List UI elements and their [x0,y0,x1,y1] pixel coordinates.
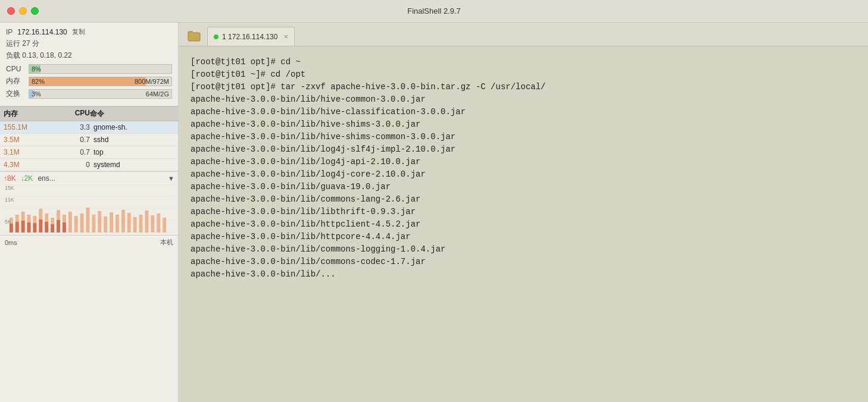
proc-header-cpu: CPU [57,109,90,119]
svg-rect-30 [157,213,160,233]
mem-stat-row: 内存 82% 800M/972M [6,76,172,86]
svg-text:11K: 11K [5,197,14,203]
tab-number: 1 [222,33,226,41]
process-list: 155.1M 3.3 gnome-sh. 3.5M 0.7 sshd 3.1M … [0,121,178,171]
copy-button[interactable]: 复制 [72,27,85,36]
cpu-label: CPU [6,65,25,73]
net-interface: ens... [38,174,163,183]
swap-detail: 64M/2G [146,90,169,98]
terminal-line: apache-hive-3.0.0-bin/lib/log4j-core-2.1… [191,168,856,181]
svg-rect-36 [33,223,36,233]
maximize-traffic-light[interactable] [31,7,39,15]
svg-text:5K: 5K [5,219,11,225]
svg-rect-40 [57,220,60,233]
titlebar: FinalShell 2.9.7 [0,0,868,23]
process-row[interactable]: 4.3M 0 systemd [0,159,178,171]
swap-label: 交换 [6,89,25,99]
ip-value: 172.16.114.130 [17,28,67,36]
svg-rect-31 [163,218,166,233]
terminal-line: [root@tjt01 ~]# cd /opt [191,68,856,81]
proc-cpu: 0 [57,161,90,169]
process-row[interactable]: 3.1M 0.7 top [0,146,178,159]
load-avg: 负载 0.13, 0.18, 0.22 [6,51,172,61]
tab-connection-dot [214,34,218,39]
svg-rect-15 [68,212,72,233]
proc-header-mem: 内存 [4,109,57,119]
swap-stat-row: 交换 3% 64M/2G [6,89,172,99]
terminal-line: apache-hive-3.0.0-bin/lib/log4j-slf4j-im… [191,143,856,156]
svg-rect-26 [133,217,137,233]
svg-rect-39 [51,224,54,233]
svg-rect-20 [98,211,101,233]
svg-rect-23 [115,215,119,233]
ip-label: IP [6,28,13,36]
svg-rect-25 [127,213,131,233]
svg-rect-21 [104,216,107,233]
svg-rect-32 [10,224,13,233]
mem-label: 内存 [6,76,25,86]
net-download: ↓2K [21,174,33,183]
terminal-line: apache-hive-3.0.0-bin/lib/hive-shims-com… [191,131,856,143]
svg-text:15K: 15K [5,185,14,191]
svg-rect-33 [15,222,19,233]
cpu-percent: 8% [32,65,41,73]
cpu-stat-row: CPU 8% [6,64,172,74]
tab-bar: 1 172.16.114.130 × [179,23,868,46]
folder-button[interactable] [183,27,205,46]
net-dropdown-button[interactable]: ▼ [168,175,174,182]
svg-rect-29 [151,215,154,233]
latency: 0ms [5,239,17,246]
proc-cpu: 3.3 [57,123,90,131]
minimize-traffic-light[interactable] [19,7,27,15]
svg-rect-18 [86,208,90,233]
svg-rect-34 [21,221,25,233]
terminal-tab[interactable]: 1 172.16.114.130 × [207,27,295,46]
proc-cpu: 0.7 [57,136,90,144]
terminal-line: apache-hive-3.0.0-bin/lib/commons-loggin… [191,243,856,256]
swap-progress-bar: 3% 64M/2G [29,89,172,99]
network-header: ↑8K ↓2K ens... ▼ [4,174,174,183]
app-title: FinalShell 2.9.7 [407,7,461,15]
network-chart: 15K 11K 5K [4,185,174,233]
proc-mem: 155.1M [4,123,57,131]
terminal-line: apache-hive-3.0.0-bin/lib/... [191,268,856,281]
terminal-line: [root@tjt01 opt]# tar -zxvf apache-hive-… [191,81,856,93]
terminal-line: apache-hive-3.0.0-bin/lib/hive-shims-3.0… [191,118,856,131]
svg-rect-24 [121,210,125,233]
proc-cmd: sshd [90,136,174,144]
svg-rect-27 [139,215,143,233]
svg-rect-35 [27,222,31,233]
proc-mem: 3.5M [4,136,57,144]
svg-rect-37 [39,219,42,233]
terminal-output[interactable]: [root@tjt01 opt]# cd ~[root@tjt01 ~]# cd… [179,46,868,402]
process-row[interactable]: 3.5M 0.7 sshd [0,134,178,146]
mem-progress-bar: 82% 800M/972M [29,77,172,86]
terminal-line: apache-hive-3.0.0-bin/lib/httpcore-4.4.4… [191,231,856,243]
proc-header-cmd: 命令 [90,109,174,119]
terminal-line: apache-hive-3.0.0-bin/lib/log4j-api-2.10… [191,156,856,168]
network-section: ↑8K ↓2K ens... ▼ [0,171,178,235]
tab-close-button[interactable]: × [283,32,288,41]
ip-row: IP 172.16.114.130 复制 [6,27,172,36]
svg-rect-16 [74,216,78,233]
svg-rect-17 [80,213,84,233]
proc-mem: 4.3M [4,161,57,169]
terminal-line: apache-hive-3.0.0-bin/lib/hive-classific… [191,106,856,118]
terminal-line: apache-hive-3.0.0-bin/lib/commons-lang-2… [191,193,856,206]
network-chart-svg: 15K 11K 5K [4,185,174,233]
terminal-line: [root@tjt01 opt]# cd ~ [191,56,856,68]
close-traffic-light[interactable] [7,7,15,15]
right-panel: 1 172.16.114.130 × [root@tjt01 opt]# cd … [179,23,868,402]
main-content: IP 172.16.114.130 复制 运行 27 分 负载 0.13, 0.… [0,23,868,402]
uptime: 运行 27 分 [6,39,172,49]
net-upload: ↑8K [4,174,16,183]
proc-cmd: systemd [90,161,174,169]
left-bottom: 0ms 本机 [0,235,178,249]
process-row[interactable]: 155.1M 3.3 gnome-sh. [0,121,178,134]
terminal-line: apache-hive-3.0.0-bin/lib/commons-codec-… [191,256,856,268]
terminal-line: apache-hive-3.0.0-bin/lib/httpclient-4.5… [191,218,856,231]
location: 本机 [160,238,173,247]
terminal-line: apache-hive-3.0.0-bin/lib/libthrift-0.9.… [191,206,856,218]
mem-fill [29,77,146,86]
svg-rect-22 [110,212,113,233]
